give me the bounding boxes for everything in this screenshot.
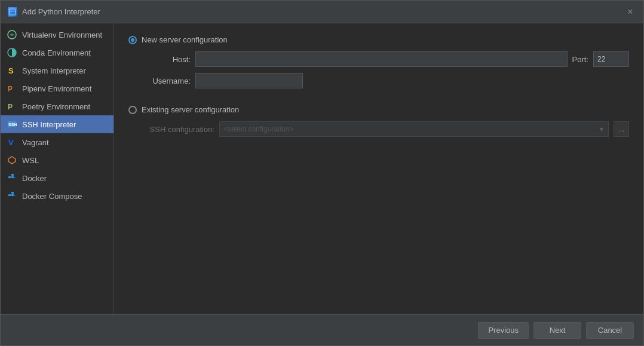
dialog-footer: Previous Next Cancel [1,314,643,345]
username-row: Username: [143,73,629,88]
sidebar-item-docker[interactable]: Docker [1,169,114,187]
svg-text:SSH: SSH [8,123,17,127]
sidebar-item-vagrant-label: Vagrant [22,138,49,147]
ssh-icon: SSH [7,119,17,130]
previous-button[interactable]: Previous [478,322,529,339]
cancel-button[interactable]: Cancel [586,322,634,339]
new-server-option[interactable]: New server configuration [128,35,629,44]
existing-server-option[interactable]: Existing server configuration [128,105,629,114]
wsl-icon [7,155,17,166]
sidebar-item-system-label: System Interpreter [22,66,86,75]
sidebar-item-conda-label: Conda Environment [22,48,91,57]
poetry-icon: P [7,101,17,112]
ssh-config-row: SSH configuration: <select configuration… [143,121,629,137]
system-icon: S [7,65,17,76]
svg-rect-0 [10,9,16,15]
port-label: Port: [572,55,588,64]
docker-icon [7,173,17,183]
ssh-config-section: SSH configuration: <select configuration… [128,121,629,137]
close-button[interactable]: × [624,6,636,18]
sidebar-item-poetry-label: Poetry Environment [22,102,90,111]
existing-server-radio[interactable] [128,106,137,114]
host-input[interactable] [195,51,568,67]
docker-compose-icon [7,191,17,201]
port-input[interactable] [593,51,629,67]
pipenv-icon: P [7,83,17,94]
svg-text:P: P [8,103,13,111]
new-server-form: Host: Port: Username: [128,51,629,88]
ssh-config-select: <select configuration> ▼ [219,121,609,137]
sidebar-item-ssh-label: SSH Interpreter [22,120,76,129]
svg-text:V: V [8,138,14,147]
sidebar-item-system[interactable]: S System Interpreter [1,62,114,79]
sidebar-item-pipenv[interactable]: P Pipenv Environment [1,79,114,97]
radio-group: New server configuration Host: Port: Use… [128,35,629,137]
sidebar-item-wsl-label: WSL [22,156,39,165]
sidebar-item-ssh[interactable]: SSH SSH Interpreter [1,115,114,133]
browse-button: ... [614,121,629,137]
username-input[interactable] [195,73,303,88]
ssh-config-label: SSH configuration: [143,125,214,134]
sidebar-item-docker-compose[interactable]: Docker Compose [1,187,114,205]
conda-icon [7,47,17,58]
sidebar-item-docker-compose-label: Docker Compose [22,192,82,201]
new-server-radio[interactable] [128,36,137,44]
sidebar-item-poetry[interactable]: P Poetry Environment [1,97,114,115]
username-label: Username: [143,76,191,85]
vagrant-icon: V [7,137,17,148]
svg-rect-14 [8,194,11,196]
existing-server-label: Existing server configuration [142,105,239,114]
svg-text:S: S [8,66,14,75]
sidebar-item-virtualenv[interactable]: Virtualenv Environment [1,26,114,44]
add-python-interpreter-dialog: Add Python Interpreter × Virtualenv Envi… [0,0,644,346]
sidebar-item-virtualenv-label: Virtualenv Environment [22,30,102,39]
sidebar-item-docker-label: Docker [22,174,47,183]
sidebar-item-vagrant[interactable]: V Vagrant [1,133,114,151]
chevron-down-icon: ▼ [599,126,605,133]
host-label: Host: [143,55,191,64]
svg-rect-16 [11,192,14,194]
svg-marker-10 [8,157,16,164]
title-bar: Add Python Interpreter × [1,1,643,23]
sidebar-item-conda[interactable]: Conda Environment [1,44,114,62]
dialog-body: Virtualenv Environment Conda Environment… [1,23,643,314]
svg-rect-11 [8,176,11,178]
svg-rect-13 [11,174,14,176]
dialog-title: Add Python Interpreter [22,7,624,16]
host-row: Host: Port: [143,51,629,67]
sidebar: Virtualenv Environment Conda Environment… [1,23,114,314]
virtualenv-icon [7,29,17,40]
app-icon [8,7,17,17]
next-button[interactable]: Next [533,322,581,339]
sidebar-item-wsl[interactable]: WSL [1,151,114,169]
sidebar-item-pipenv-label: Pipenv Environment [22,84,91,93]
ssh-config-placeholder: <select configuration> [223,125,293,133]
svg-text:P: P [8,85,13,93]
main-panel: New server configuration Host: Port: Use… [114,23,643,314]
new-server-label: New server configuration [142,35,228,44]
